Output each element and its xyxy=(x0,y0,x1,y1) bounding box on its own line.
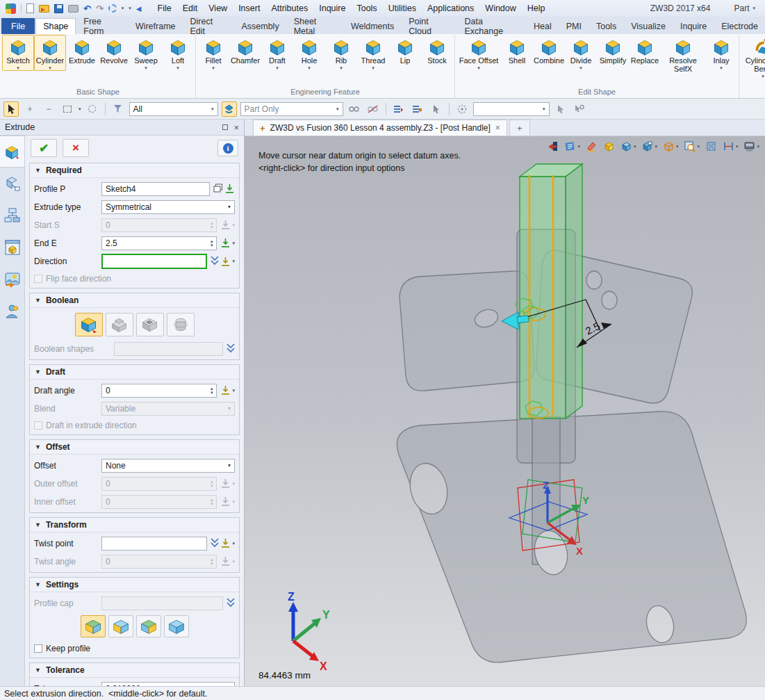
ribbon-item[interactable]: Rib ▾ xyxy=(325,35,357,71)
ribbon-item[interactable]: Face Offset ▾ xyxy=(456,35,501,71)
ribbon-tab[interactable]: Shape xyxy=(35,18,76,34)
solid-browser-icon[interactable] xyxy=(0,231,25,263)
cancel-button[interactable]: × xyxy=(63,139,89,157)
ribbon-item[interactable]: Resolve SelfX ▾ xyxy=(661,35,705,79)
ribbon-item[interactable]: Draft ▾ xyxy=(261,35,293,71)
ribbon-item[interactable]: Simplify ▾ xyxy=(597,35,629,71)
undo-icon[interactable]: ↶ xyxy=(83,4,91,13)
marquee-dropdown-icon[interactable]: ▾ xyxy=(79,106,81,112)
shaded-display-icon[interactable]: ▾ xyxy=(620,140,636,152)
ribbon-tab[interactable]: PMI xyxy=(559,18,589,34)
collapse-icon[interactable]: ▼ xyxy=(35,368,41,375)
menu-item[interactable]: Utilities xyxy=(384,2,421,15)
collapse-icon[interactable]: ▼ xyxy=(35,581,41,588)
ribbon-item[interactable]: Lip ▾ xyxy=(389,35,421,71)
pick-direction-icon[interactable] xyxy=(224,184,235,194)
marquee-pick-icon[interactable] xyxy=(60,101,75,117)
boolean-intersect-button[interactable] xyxy=(167,313,195,336)
viewport[interactable]: Move cursor near datum origin to select … xyxy=(245,136,765,686)
collapse-icon[interactable]: ▼ xyxy=(35,443,41,450)
list-icon[interactable] xyxy=(391,101,406,117)
ribbon-item[interactable]: Fillet ▾ xyxy=(197,35,229,71)
boolean-add-button[interactable] xyxy=(106,313,133,336)
collapse-icon[interactable]: ▼ xyxy=(35,167,41,174)
collapse-icon[interactable]: ▼ xyxy=(35,521,41,528)
extrude-preview[interactable] xyxy=(516,164,582,418)
collapse-icon[interactable]: ▼ xyxy=(35,297,41,304)
twist-point-input[interactable] xyxy=(101,537,207,551)
ribbon-item[interactable]: Replace ▾ xyxy=(629,35,661,71)
menu-item[interactable]: Edit xyxy=(178,2,203,15)
ribbon-item[interactable]: Inlay ▾ xyxy=(705,35,737,71)
draft-angle-input[interactable]: 0▴▾ xyxy=(101,384,217,398)
copy-list-icon[interactable] xyxy=(213,184,223,195)
keep-profile-checkbox[interactable] xyxy=(34,644,42,653)
datum-query-icon[interactable] xyxy=(0,168,25,200)
regen-icon[interactable] xyxy=(108,4,117,13)
ribbon-item[interactable]: Cylindrical Bend ▾ xyxy=(741,35,765,79)
ribbon-item[interactable]: Divide ▾ xyxy=(565,35,597,71)
pick-direction-entity-icon[interactable] xyxy=(220,257,231,267)
ribbon-tab[interactable]: Heal xyxy=(527,18,559,34)
ribbon-tab[interactable]: Visualize xyxy=(624,18,673,34)
qat-dropdown-icon[interactable]: ▾ xyxy=(122,6,124,11)
column-filter-icon[interactable] xyxy=(110,101,126,117)
tolerance-input[interactable]: 0.010008▴▾ xyxy=(101,682,235,687)
ribbon-tab[interactable]: Point Cloud xyxy=(402,18,456,34)
appearance-icon[interactable]: ▾ xyxy=(743,140,759,152)
ribbon-item[interactable]: Sketch ▾ xyxy=(2,35,34,71)
float-panel-icon[interactable] xyxy=(222,124,228,130)
fit-view-icon[interactable] xyxy=(705,140,717,152)
cap-none-button[interactable] xyxy=(164,615,189,637)
qat-collapse-icon[interactable]: ▾ xyxy=(129,6,131,11)
menu-item[interactable]: Inquire xyxy=(314,2,350,15)
menu-item[interactable]: Applications xyxy=(422,2,479,15)
datum-display-icon[interactable] xyxy=(603,140,615,152)
dimension-display-icon[interactable]: ▾ xyxy=(723,140,739,152)
ribbon-item[interactable]: Shell ▾ xyxy=(501,35,533,71)
pin-icon[interactable]: ◀ xyxy=(136,5,142,13)
model-scene[interactable]: 2.5 xyxy=(245,136,765,686)
ribbon-tab[interactable]: Inquire xyxy=(673,18,714,34)
visualize-icon[interactable] xyxy=(0,263,25,295)
pick-arrow-icon[interactable] xyxy=(3,101,19,117)
menu-item[interactable]: Window xyxy=(480,2,520,15)
ribbon-item[interactable]: Stock ▾ xyxy=(421,35,453,71)
ribbon-item[interactable]: Thread ▾ xyxy=(357,35,389,71)
close-panel-icon[interactable]: × xyxy=(233,122,239,133)
rotate-pick-icon[interactable] xyxy=(454,101,470,117)
pick-twist-point-icon[interactable] xyxy=(220,538,231,548)
save-icon[interactable] xyxy=(54,4,63,13)
new-tab-button[interactable]: + xyxy=(509,120,530,136)
ribbon-item[interactable]: Combine ▾ xyxy=(533,35,565,71)
bounding-box-icon[interactable]: ▾ xyxy=(663,140,679,152)
view-orientation-icon[interactable]: ▾ xyxy=(641,140,657,152)
ribbon-item[interactable]: Hole ▾ xyxy=(293,35,325,71)
boolean-base-button[interactable] xyxy=(75,313,103,336)
cursor-query-icon[interactable] xyxy=(572,101,587,117)
collapse-icon[interactable]: ▼ xyxy=(35,667,41,674)
cursor-pick-icon[interactable] xyxy=(553,101,568,117)
ribbon-tab[interactable]: File xyxy=(1,18,35,34)
ribbon-item[interactable]: Loft ▾ xyxy=(162,35,194,71)
ribbon-item[interactable]: Sweep ▾ xyxy=(130,35,162,71)
ribbon-tab[interactable]: Data Exchange xyxy=(458,18,526,34)
tab-close-icon[interactable]: × xyxy=(495,123,500,133)
ribbon-item[interactable]: Revolve ▾ xyxy=(98,35,130,71)
exit-icon[interactable] xyxy=(547,140,559,152)
extrude-tab-icon[interactable] xyxy=(0,136,25,168)
menu-item[interactable]: View xyxy=(204,2,232,15)
ribbon-item[interactable]: Extrude ▾ xyxy=(66,35,98,71)
ribbon-item[interactable]: Cylinder ▾ xyxy=(34,35,66,71)
ribbon-tab[interactable]: Assembly xyxy=(234,18,286,34)
menu-item[interactable]: Help xyxy=(523,2,550,15)
pick-last-icon[interactable] xyxy=(410,101,425,117)
print-icon[interactable] xyxy=(68,5,79,13)
info-button[interactable]: i xyxy=(217,140,238,156)
view-manager-icon[interactable]: ▾ xyxy=(564,140,580,152)
ribbon-tab[interactable]: Electrode xyxy=(714,18,765,34)
expand-options-icon[interactable] xyxy=(211,537,219,550)
history-tree-icon[interactable] xyxy=(0,200,25,231)
add-pick-icon[interactable]: + xyxy=(22,101,38,117)
ribbon-item[interactable]: Chamfer ▾ xyxy=(229,35,261,71)
